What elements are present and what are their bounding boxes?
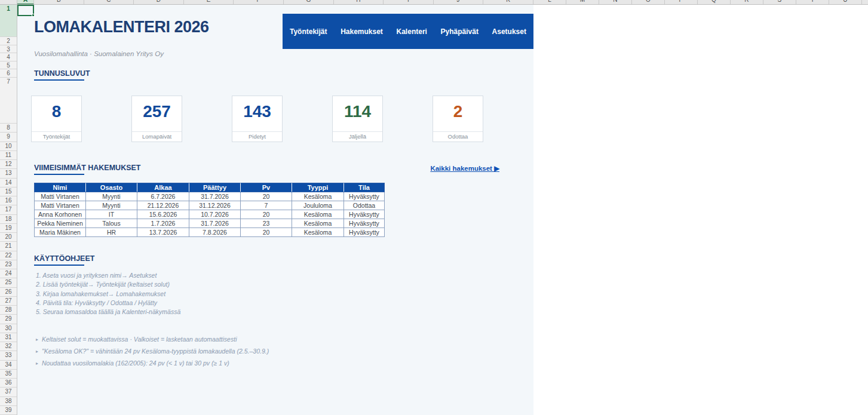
table-cell[interactable]: Kesäloma [292,228,344,237]
table-cell[interactable]: 21.12.2026 [137,201,189,210]
row-header-31[interactable]: 31 [0,333,17,342]
kpi-card-odottaa[interactable]: 2Odottaa [433,96,483,142]
table-cell[interactable]: Maria Mäkinen [35,228,86,237]
row-header-16[interactable]: 16 [0,196,17,205]
table-cell[interactable]: Hyväksytty [344,192,385,201]
row-header-7[interactable]: 7 [0,78,17,124]
row-header-1[interactable]: 1 [0,5,17,37]
table-cell[interactable]: Matti Virtanen [35,201,86,210]
column-header-tyyppi[interactable]: Tyyppi [292,183,344,192]
row-header-26[interactable]: 26 [0,288,17,297]
table-cell[interactable]: 31.12.2026 [189,201,241,210]
column-header-a[interactable]: A [17,0,34,5]
row-header-19[interactable]: 19 [0,224,17,233]
row-header-6[interactable]: 6 [0,69,17,78]
table-cell[interactable]: 31.7.2026 [189,192,241,201]
table-cell[interactable]: Kesäloma [292,219,344,228]
column-header-s[interactable]: S [763,0,796,5]
table-cell[interactable]: 13.7.2026 [137,228,189,237]
nav-item-hakemukset[interactable]: Hakemukset [341,27,383,36]
row-header-20[interactable]: 20 [0,233,17,242]
row-header-39[interactable]: 39 [0,406,17,415]
row-header-15[interactable]: 15 [0,187,17,196]
kpi-card-tyntekijt[interactable]: 8Työntekijät [31,96,82,142]
nav-item-pyhpivt[interactable]: Pyhäpäivät [441,27,479,36]
kpi-card-jljell[interactable]: 114Jäljellä [332,96,383,142]
row-header-10[interactable]: 10 [0,142,17,151]
column-header-h[interactable]: H [334,0,384,5]
table-cell[interactable]: Talous [86,219,137,228]
row-header-5[interactable]: 5 [0,62,17,70]
table-cell[interactable]: 20 [241,210,292,219]
row-header-18[interactable]: 18 [0,215,17,224]
row-header-34[interactable]: 34 [0,361,17,370]
nav-item-kalenteri[interactable]: Kalenteri [397,27,427,36]
table-cell[interactable]: Hyväksytty [344,219,385,228]
table-cell[interactable]: Hyväksytty [344,228,385,237]
row-header-27[interactable]: 27 [0,297,17,306]
table-cell[interactable]: Hyväksytty [344,210,385,219]
column-header-alkaa[interactable]: Alkaa [137,183,189,192]
table-cell[interactable]: 23 [241,219,292,228]
row-header-29[interactable]: 29 [0,315,17,324]
column-header-t[interactable]: T [796,0,829,5]
table-cell[interactable]: 7.8.2026 [189,228,241,237]
table-cell[interactable]: Anna Korhonen [35,210,86,219]
table-cell[interactable]: IT [86,210,137,219]
table-cell[interactable]: Odottaa [344,201,385,210]
table-cell[interactable]: Pekka Nieminen [35,219,86,228]
column-header-i[interactable]: I [384,0,434,5]
column-header-f[interactable]: F [234,0,284,5]
table-cell[interactable]: 20 [241,192,292,201]
row-header-21[interactable]: 21 [0,242,17,251]
fill-handle[interactable] [32,14,35,17]
column-header-c[interactable]: C [84,0,134,5]
column-header-d[interactable]: D [134,0,184,5]
table-cell[interactable]: 6.7.2026 [137,192,189,201]
table-cell[interactable]: Kesäloma [292,210,344,219]
row-header-12[interactable]: 12 [0,160,17,169]
row-header-8[interactable]: 8 [0,124,17,133]
select-all-corner[interactable] [0,0,17,5]
table-cell[interactable]: Joululoma [292,201,344,210]
column-header-j[interactable]: J [434,0,484,5]
row-header-37[interactable]: 37 [0,388,17,396]
table-cell[interactable]: 7 [241,201,292,210]
column-header-k[interactable]: K [483,0,533,5]
kpi-card-pidetyt[interactable]: 143Pidetyt [232,96,283,142]
row-header-35[interactable]: 35 [0,370,17,379]
row-header-3[interactable]: 3 [0,45,17,54]
nav-item-tyntekijt[interactable]: Työntekijät [290,27,327,36]
row-header-24[interactable]: 24 [0,269,17,278]
table-cell[interactable]: HR [86,228,137,237]
column-header-u[interactable]: U [829,0,862,5]
all-requests-link[interactable]: Kaikki hakemukset ▶ [430,164,499,173]
row-header-4[interactable]: 4 [0,53,17,62]
row-header-9[interactable]: 9 [0,133,17,142]
column-header-l[interactable]: L [533,0,566,5]
column-header-n[interactable]: N [599,0,632,5]
row-header-32[interactable]: 32 [0,342,17,351]
row-header-23[interactable]: 23 [0,260,17,269]
row-header-38[interactable]: 38 [0,397,17,406]
column-header-e[interactable]: E [184,0,234,5]
row-header-11[interactable]: 11 [0,151,17,160]
column-header-p[interactable]: P [665,0,698,5]
column-header-osasto[interactable]: Osasto [86,183,137,192]
table-cell[interactable]: Myynti [86,192,137,201]
row-header-25[interactable]: 25 [0,278,17,287]
table-cell[interactable]: Kesäloma [292,192,344,201]
row-header-22[interactable]: 22 [0,251,17,260]
column-header-g[interactable]: G [284,0,334,5]
column-header-pttyy[interactable]: Päättyy [189,183,241,192]
row-header-14[interactable]: 14 [0,179,17,187]
column-header-m[interactable]: M [566,0,599,5]
nav-item-asetukset[interactable]: Asetukset [492,27,526,36]
table-cell[interactable]: Matti Virtanen [35,192,86,201]
row-header-28[interactable]: 28 [0,306,17,315]
column-header-tila[interactable]: Tila [344,183,385,192]
row-header-30[interactable]: 30 [0,324,17,333]
table-cell[interactable]: 15.6.2026 [137,210,189,219]
table-cell[interactable]: 1.7.2026 [137,219,189,228]
table-cell[interactable]: Myynti [86,201,137,210]
